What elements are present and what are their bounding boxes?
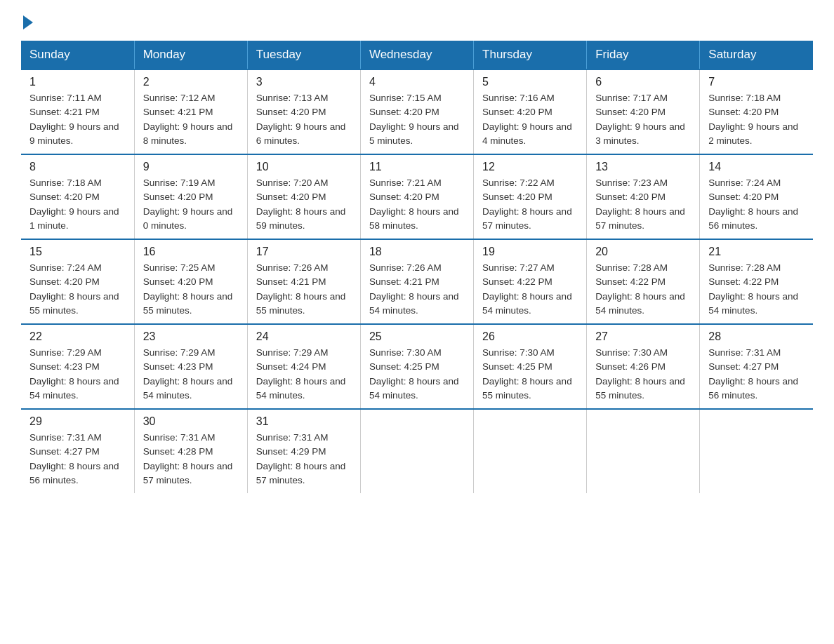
calendar-cell: 25 Sunrise: 7:30 AMSunset: 4:25 PMDaylig… xyxy=(360,324,473,409)
calendar-cell: 30 Sunrise: 7:31 AMSunset: 4:28 PMDaylig… xyxy=(134,409,247,493)
day-info: Sunrise: 7:30 AMSunset: 4:25 PMDaylight:… xyxy=(369,347,459,401)
day-number: 15 xyxy=(29,246,126,258)
column-header-wednesday: Wednesday xyxy=(360,41,473,69)
calendar-cell: 20 Sunrise: 7:28 AMSunset: 4:22 PMDaylig… xyxy=(587,239,700,324)
day-info: Sunrise: 7:17 AMSunset: 4:20 PMDaylight:… xyxy=(595,93,685,146)
day-info: Sunrise: 7:31 AMSunset: 4:28 PMDaylight:… xyxy=(143,432,233,485)
day-number: 31 xyxy=(256,415,352,428)
day-info: Sunrise: 7:24 AMSunset: 4:20 PMDaylight:… xyxy=(29,262,119,316)
day-info: Sunrise: 7:20 AMSunset: 4:20 PMDaylight:… xyxy=(256,177,346,231)
calendar-cell: 11 Sunrise: 7:21 AMSunset: 4:20 PMDaylig… xyxy=(360,154,473,239)
day-info: Sunrise: 7:30 AMSunset: 4:25 PMDaylight:… xyxy=(482,347,572,401)
day-number: 2 xyxy=(143,76,239,88)
day-info: Sunrise: 7:31 AMSunset: 4:27 PMDaylight:… xyxy=(29,432,119,485)
calendar-cell: 28 Sunrise: 7:31 AMSunset: 4:27 PMDaylig… xyxy=(700,324,813,409)
day-number: 17 xyxy=(256,246,352,258)
day-info: Sunrise: 7:24 AMSunset: 4:20 PMDaylight:… xyxy=(708,177,798,231)
calendar-week-row: 8 Sunrise: 7:18 AMSunset: 4:20 PMDayligh… xyxy=(21,154,813,239)
calendar-cell: 7 Sunrise: 7:18 AMSunset: 4:20 PMDayligh… xyxy=(700,69,813,154)
day-number: 7 xyxy=(708,76,805,88)
day-number: 3 xyxy=(256,76,352,88)
day-number: 18 xyxy=(369,246,465,258)
day-number: 30 xyxy=(143,415,239,428)
column-header-sunday: Sunday xyxy=(21,41,134,69)
day-number: 4 xyxy=(369,76,465,88)
column-header-saturday: Saturday xyxy=(700,41,813,69)
calendar-cell: 4 Sunrise: 7:15 AMSunset: 4:20 PMDayligh… xyxy=(360,69,473,154)
calendar-cell: 27 Sunrise: 7:30 AMSunset: 4:26 PMDaylig… xyxy=(587,324,700,409)
day-number: 11 xyxy=(369,161,465,173)
day-info: Sunrise: 7:30 AMSunset: 4:26 PMDaylight:… xyxy=(595,347,685,401)
calendar-cell: 12 Sunrise: 7:22 AMSunset: 4:20 PMDaylig… xyxy=(474,154,587,239)
calendar-cell: 14 Sunrise: 7:24 AMSunset: 4:20 PMDaylig… xyxy=(700,154,813,239)
day-info: Sunrise: 7:13 AMSunset: 4:20 PMDaylight:… xyxy=(256,93,346,146)
day-info: Sunrise: 7:21 AMSunset: 4:20 PMDaylight:… xyxy=(369,177,459,231)
day-info: Sunrise: 7:22 AMSunset: 4:20 PMDaylight:… xyxy=(482,177,572,231)
day-number: 27 xyxy=(595,330,691,343)
calendar-cell: 9 Sunrise: 7:19 AMSunset: 4:20 PMDayligh… xyxy=(134,154,247,239)
day-number: 14 xyxy=(708,161,805,173)
day-number: 1 xyxy=(29,76,126,88)
day-number: 8 xyxy=(29,161,126,173)
calendar-week-row: 1 Sunrise: 7:11 AMSunset: 4:21 PMDayligh… xyxy=(21,69,813,154)
calendar-cell: 3 Sunrise: 7:13 AMSunset: 4:20 PMDayligh… xyxy=(247,69,360,154)
day-info: Sunrise: 7:25 AMSunset: 4:20 PMDaylight:… xyxy=(143,262,233,316)
day-number: 9 xyxy=(143,161,239,173)
column-header-tuesday: Tuesday xyxy=(247,41,360,69)
day-number: 24 xyxy=(256,330,352,343)
calendar-cell xyxy=(700,409,813,493)
day-number: 12 xyxy=(482,161,578,173)
day-info: Sunrise: 7:29 AMSunset: 4:23 PMDaylight:… xyxy=(143,347,233,401)
calendar-cell: 13 Sunrise: 7:23 AMSunset: 4:20 PMDaylig… xyxy=(587,154,700,239)
calendar-cell: 17 Sunrise: 7:26 AMSunset: 4:21 PMDaylig… xyxy=(247,239,360,324)
day-info: Sunrise: 7:12 AMSunset: 4:21 PMDaylight:… xyxy=(143,93,233,146)
day-info: Sunrise: 7:23 AMSunset: 4:20 PMDaylight:… xyxy=(595,177,685,231)
logo-triangle-icon xyxy=(23,15,33,29)
calendar-cell: 24 Sunrise: 7:29 AMSunset: 4:24 PMDaylig… xyxy=(247,324,360,409)
calendar-table: SundayMondayTuesdayWednesdayThursdayFrid… xyxy=(21,41,813,493)
day-number: 23 xyxy=(143,330,239,343)
day-info: Sunrise: 7:29 AMSunset: 4:24 PMDaylight:… xyxy=(256,347,346,401)
calendar-cell: 6 Sunrise: 7:17 AMSunset: 4:20 PMDayligh… xyxy=(587,69,700,154)
day-info: Sunrise: 7:16 AMSunset: 4:20 PMDaylight:… xyxy=(482,93,572,146)
calendar-cell: 16 Sunrise: 7:25 AMSunset: 4:20 PMDaylig… xyxy=(134,239,247,324)
page-header xyxy=(21,14,813,27)
calendar-cell: 10 Sunrise: 7:20 AMSunset: 4:20 PMDaylig… xyxy=(247,154,360,239)
calendar-cell: 23 Sunrise: 7:29 AMSunset: 4:23 PMDaylig… xyxy=(134,324,247,409)
day-number: 29 xyxy=(29,415,126,428)
column-header-friday: Friday xyxy=(587,41,700,69)
calendar-cell: 8 Sunrise: 7:18 AMSunset: 4:20 PMDayligh… xyxy=(21,154,134,239)
calendar-cell xyxy=(474,409,587,493)
day-number: 21 xyxy=(708,246,805,258)
calendar-week-row: 22 Sunrise: 7:29 AMSunset: 4:23 PMDaylig… xyxy=(21,324,813,409)
day-number: 22 xyxy=(29,330,126,343)
day-info: Sunrise: 7:28 AMSunset: 4:22 PMDaylight:… xyxy=(708,262,798,316)
column-header-monday: Monday xyxy=(134,41,247,69)
calendar-cell xyxy=(587,409,700,493)
calendar-cell: 22 Sunrise: 7:29 AMSunset: 4:23 PMDaylig… xyxy=(21,324,134,409)
day-number: 28 xyxy=(708,330,805,343)
calendar-header-row: SundayMondayTuesdayWednesdayThursdayFrid… xyxy=(21,41,813,69)
calendar-cell: 29 Sunrise: 7:31 AMSunset: 4:27 PMDaylig… xyxy=(21,409,134,493)
day-info: Sunrise: 7:29 AMSunset: 4:23 PMDaylight:… xyxy=(29,347,119,401)
day-number: 10 xyxy=(256,161,352,173)
calendar-cell: 31 Sunrise: 7:31 AMSunset: 4:29 PMDaylig… xyxy=(247,409,360,493)
calendar-week-row: 29 Sunrise: 7:31 AMSunset: 4:27 PMDaylig… xyxy=(21,409,813,493)
day-info: Sunrise: 7:18 AMSunset: 4:20 PMDaylight:… xyxy=(29,177,119,231)
day-number: 20 xyxy=(595,246,691,258)
calendar-cell: 2 Sunrise: 7:12 AMSunset: 4:21 PMDayligh… xyxy=(134,69,247,154)
calendar-cell: 1 Sunrise: 7:11 AMSunset: 4:21 PMDayligh… xyxy=(21,69,134,154)
logo xyxy=(21,14,33,27)
day-info: Sunrise: 7:15 AMSunset: 4:20 PMDaylight:… xyxy=(369,93,459,146)
calendar-cell: 15 Sunrise: 7:24 AMSunset: 4:20 PMDaylig… xyxy=(21,239,134,324)
day-number: 26 xyxy=(482,330,578,343)
column-header-thursday: Thursday xyxy=(474,41,587,69)
day-number: 19 xyxy=(482,246,578,258)
calendar-cell: 19 Sunrise: 7:27 AMSunset: 4:22 PMDaylig… xyxy=(474,239,587,324)
calendar-cell: 18 Sunrise: 7:26 AMSunset: 4:21 PMDaylig… xyxy=(360,239,473,324)
day-number: 5 xyxy=(482,76,578,88)
day-info: Sunrise: 7:26 AMSunset: 4:21 PMDaylight:… xyxy=(256,262,346,316)
day-number: 25 xyxy=(369,330,465,343)
day-number: 16 xyxy=(143,246,239,258)
calendar-week-row: 15 Sunrise: 7:24 AMSunset: 4:20 PMDaylig… xyxy=(21,239,813,324)
